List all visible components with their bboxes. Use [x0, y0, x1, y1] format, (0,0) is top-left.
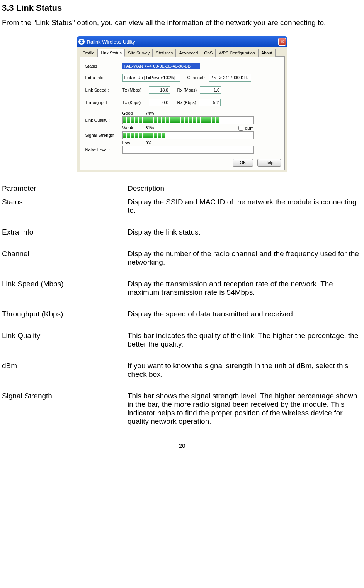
tx-mbps-label: Tx (Mbps) [122, 88, 146, 92]
param-name: Extra Info [2, 226, 128, 247]
low-label: Low [122, 141, 146, 145]
extra-info-label: Extra Info : [85, 75, 122, 80]
section-heading: 3.3 Link Status [2, 3, 362, 13]
table-header-parameter: Parameter [2, 182, 128, 195]
link-quality-header: Good 74% [122, 111, 254, 116]
tab-profile[interactable]: Profile [80, 49, 98, 57]
noise-level-label: Noise Level : [85, 148, 122, 152]
param-name: Status [2, 195, 128, 226]
table-row: Link Speed (Mbps)Display the transmissio… [2, 277, 362, 308]
table-row: Signal StrengthThis bar shows the signal… [2, 389, 362, 428]
close-icon[interactable]: ✕ [278, 38, 286, 46]
tab-panel: Status : FAE-WAN <--> 00-0E-2E-40-88-BB … [80, 57, 285, 170]
throughput-row: Throughput : Tx (Kbps) Rx (Kbps) [85, 99, 279, 106]
status-value: FAE-WAN <--> 00-0E-2E-40-88-BB [122, 63, 200, 69]
screenshot-container: Ralink Wireless Utility ✕ ProfileLink St… [2, 36, 362, 172]
table-row: Throughput (Kbps)Display the speed of da… [2, 308, 362, 329]
rx-mbps-label: Rx (Mbps) [177, 88, 197, 92]
param-name: Channel [2, 247, 128, 277]
extra-info-value [122, 74, 180, 82]
param-name: dBm [2, 359, 128, 389]
param-desc: This bar indicates the quality of the li… [128, 329, 362, 359]
signal-strength-label: Signal Strength : [85, 133, 122, 138]
tab-link-status[interactable]: Link Status [98, 49, 125, 57]
table-row: dBmIf you want to know the signal streng… [2, 359, 362, 389]
status-row: Status : FAE-WAN <--> 00-0E-2E-40-88-BB [85, 63, 279, 69]
param-desc: If you want to know the signal strength … [128, 359, 362, 389]
noise-level-row: Noise Level : [85, 146, 279, 154]
button-row: OK Help [80, 159, 285, 170]
table-row: ChannelDisplay the number of the radio c… [2, 247, 362, 277]
tab-bar: ProfileLink StatusSite SurveyStatisticsA… [80, 49, 285, 57]
tab-wps-configuration[interactable]: WPS Configuration [216, 49, 258, 57]
param-desc: Display the SSID and MAC ID of the netwo… [128, 195, 362, 226]
dbm-checkbox-input[interactable] [238, 126, 243, 131]
link-quality-label: Link Quality : [85, 118, 122, 122]
param-name: Link Quality [2, 329, 128, 359]
link-speed-row: Link Speed : Tx (Mbps) Rx (Mbps) [85, 86, 279, 94]
rx-mbps-value [200, 86, 221, 94]
app-icon [78, 39, 85, 45]
rx-kbps-label: Rx (Kbps) [177, 100, 196, 105]
window-body: ProfileLink StatusSite SurveyStatisticsA… [77, 47, 287, 172]
intro-text: From the "Link Status" option, you can v… [2, 19, 362, 27]
param-name: Throughput (Kbps) [2, 308, 128, 329]
table-row: Extra InfoDisplay the link status. [2, 226, 362, 247]
noise-level-header: Low 0% [122, 141, 254, 145]
titlebar: Ralink Wireless Utility ✕ [77, 36, 287, 47]
app-window: Ralink Wireless Utility ✕ ProfileLink St… [77, 36, 287, 172]
link-quality-row: Link Quality : [85, 116, 279, 124]
param-desc: This bar shows the signal strength level… [128, 389, 362, 428]
weak-label: Weak [122, 126, 146, 131]
throughput-label: Throughput : [85, 100, 122, 105]
param-desc: Display the speed of data transmitted an… [128, 308, 362, 329]
ok-button[interactable]: OK [233, 159, 253, 167]
status-label: Status : [85, 64, 122, 68]
link-quality-percent: 74% [146, 111, 154, 116]
page-number: 20 [2, 442, 362, 449]
tx-kbps-label: Tx (Kbps) [122, 100, 146, 105]
signal-strength-percent: 31% [146, 126, 154, 131]
extra-info-row: Extra Info : Channel : [85, 74, 279, 82]
channel-value [209, 74, 251, 82]
tab-advanced[interactable]: Advanced [176, 49, 201, 57]
svg-point-0 [80, 40, 83, 44]
signal-strength-row: Signal Strength : [85, 131, 279, 139]
noise-level-percent: 0% [146, 141, 152, 145]
good-label: Good [122, 111, 146, 116]
link-speed-label: Link Speed : [85, 88, 122, 92]
param-desc: Display the number of the radio channel … [128, 247, 362, 277]
dbm-label: dBm [245, 126, 254, 131]
signal-strength-header: Weak 31% dBm [122, 126, 254, 131]
table-row: StatusDisplay the SSID and MAC ID of the… [2, 195, 362, 226]
tab-statistics[interactable]: Statistics [153, 49, 176, 57]
tx-mbps-value [149, 86, 170, 94]
param-desc: Display the transmission and reception r… [128, 277, 362, 308]
param-name: Link Speed (Mbps) [2, 277, 128, 308]
noise-level-bar [122, 146, 254, 154]
window-title: Ralink Wireless Utility [87, 39, 278, 45]
link-quality-bar [122, 116, 254, 124]
param-name: Signal Strength [2, 389, 128, 428]
tab-about[interactable]: About [258, 49, 276, 57]
rx-kbps-value [199, 99, 221, 106]
table-row: Link QualityThis bar indicates the quali… [2, 329, 362, 359]
tab-site-survey[interactable]: Site Survey [125, 49, 153, 57]
signal-strength-bar [122, 131, 254, 139]
tx-kbps-value [149, 99, 170, 106]
parameter-table: Parameter Description StatusDisplay the … [2, 182, 362, 428]
dbm-checkbox[interactable]: dBm [238, 126, 254, 131]
help-button[interactable]: Help [257, 159, 281, 167]
table-header-description: Description [128, 182, 362, 195]
param-desc: Display the link status. [128, 226, 362, 247]
tab-qos[interactable]: QoS [201, 49, 216, 57]
channel-label: Channel : [187, 75, 206, 80]
